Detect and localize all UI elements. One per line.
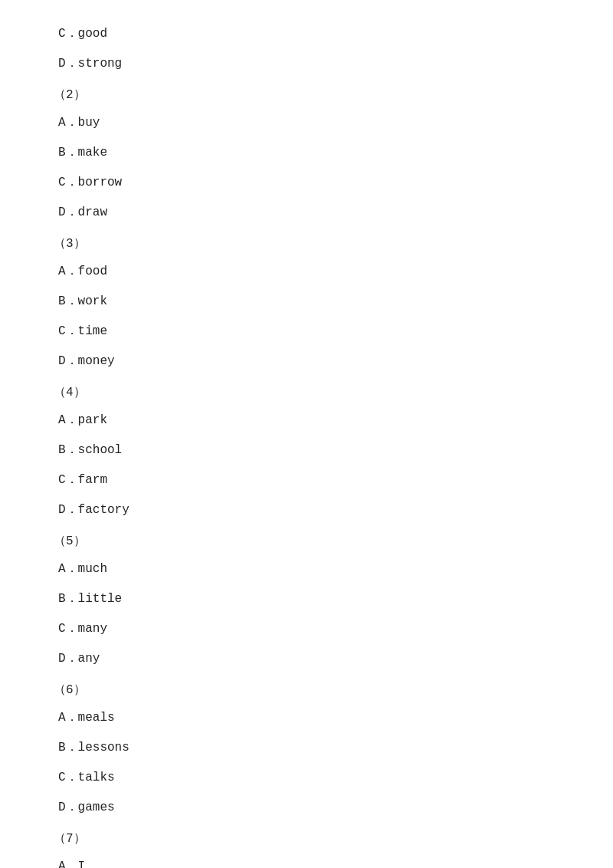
option-item: C．many <box>46 618 567 640</box>
option-item: A．I <box>46 856 567 868</box>
main-content: C．goodD．strong（2）A．buyB．makeC．borrowD．dr… <box>0 0 613 868</box>
option-item: D．money <box>46 350 567 373</box>
option-item: A．much <box>46 558 567 580</box>
option-item: C．borrow <box>46 172 567 194</box>
option-item: B．work <box>46 291 567 313</box>
option-item: D．draw <box>46 202 567 224</box>
option-item: B．school <box>46 439 567 462</box>
section-label: （6） <box>46 679 567 702</box>
option-item: D．games <box>46 797 567 819</box>
option-item: D．any <box>46 648 567 670</box>
option-item: B．lessons <box>46 737 567 759</box>
option-item: B．make <box>46 142 567 164</box>
option-item: C．good <box>46 23 567 45</box>
option-item: A．buy <box>46 112 567 134</box>
section-label: （2） <box>46 84 567 107</box>
option-item: A．meals <box>46 707 567 729</box>
option-item: C．farm <box>46 469 567 492</box>
section-label: （5） <box>46 531 567 553</box>
option-item: B．little <box>46 588 567 610</box>
section-label: （7） <box>46 828 567 850</box>
option-item: D．factory <box>46 499 567 521</box>
section-label: （4） <box>46 382 567 404</box>
section-label: （3） <box>46 233 567 255</box>
option-item: C．time <box>46 321 567 343</box>
option-item: A．food <box>46 261 567 283</box>
option-item: D．strong <box>46 53 567 75</box>
option-item: A．park <box>46 409 567 432</box>
option-item: C．talks <box>46 767 567 789</box>
